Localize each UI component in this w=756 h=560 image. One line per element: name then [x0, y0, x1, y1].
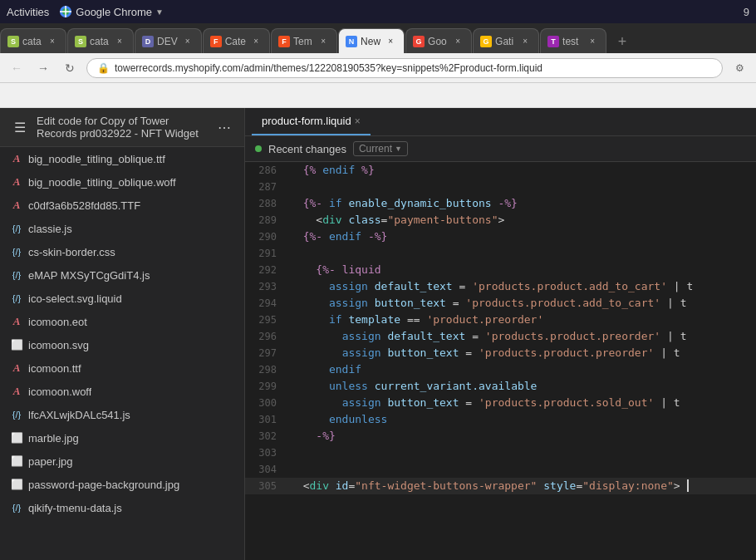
top-bar-time: 9 — [744, 6, 749, 18]
line-content[interactable] — [287, 179, 756, 195]
sidebar-item[interactable]: {/}eMAP MXSyTCgGdiT4.js — [0, 263, 244, 287]
sidebar-item[interactable]: {/}qikify-tmenu-data.js — [0, 496, 244, 519]
sidebar-item[interactable]: {/}lfcAXLwjkDALc541.js — [0, 403, 244, 426]
tabs-container: Scata×Scata×DDEV×FCate×FTem×NNew×GGoo×GG… — [0, 28, 607, 53]
editor-tab-product-form[interactable]: product-form.liquid × — [252, 108, 371, 135]
current-dropdown[interactable]: Current ▼ — [353, 141, 408, 156]
line-number: 300 — [245, 395, 287, 411]
line-content[interactable] — [287, 245, 756, 262]
sidebar-item[interactable]: Ac0df3a6b528fdd85.TTF — [0, 194, 244, 217]
editor-tab-close-button[interactable]: × — [355, 115, 361, 127]
line-content[interactable]: unless current_variant.available — [287, 378, 756, 395]
more-options-button[interactable]: ⋯ — [214, 117, 234, 137]
line-content[interactable] — [287, 461, 756, 478]
sidebar-item[interactable]: Aicomoon.woff — [0, 380, 244, 403]
line-content[interactable]: <div class="payment-buttons"> — [287, 212, 756, 228]
browser-tab-tab9[interactable]: Ttest× — [540, 28, 606, 53]
browser-tab-tab4[interactable]: FCate× — [203, 28, 270, 53]
tab-close-tab5[interactable]: × — [317, 35, 330, 48]
tab-close-tab3[interactable]: × — [181, 35, 194, 48]
sidebar-toggle-button[interactable]: ☰ — [10, 117, 30, 137]
tab-close-tab4[interactable]: × — [249, 35, 263, 48]
tab-favicon-tab7: G — [413, 36, 425, 47]
browser-tab-tab6[interactable]: NNew× — [338, 28, 405, 53]
line-content[interactable]: assign default_text = 'products.product.… — [287, 278, 756, 295]
code-file-icon: {/} — [10, 408, 23, 421]
code-editor[interactable]: 286 {% endif %}287 288 {%- if enable_dyn… — [245, 162, 756, 560]
tab-close-tab8[interactable]: × — [518, 35, 532, 48]
browser-tab-tab8[interactable]: GGati× — [473, 28, 539, 53]
tab-label-tab1: cata — [22, 36, 42, 47]
sidebar-item-label: qikify-tmenu-data.js — [28, 502, 122, 514]
line-content[interactable]: {%- endif -%} — [287, 228, 756, 245]
forward-button[interactable]: → — [33, 58, 53, 78]
tab-close-tab6[interactable]: × — [384, 35, 397, 48]
line-number: 288 — [245, 195, 287, 212]
browser-tab-bar: Scata×Scata×DDEV×FCate×FTem×NNew×GGoo×GG… — [0, 23, 756, 53]
url-bar[interactable]: 🔒 towerrecords.myshopify.com/admin/theme… — [86, 58, 723, 78]
line-content[interactable]: {%- if enable_dynamic_buttons -%} — [287, 195, 756, 212]
sidebar-item[interactable]: Abig_noodle_titling_oblique.woff — [0, 170, 244, 194]
tab-close-tab1[interactable]: × — [46, 35, 59, 48]
line-content[interactable]: -%} — [287, 428, 756, 445]
code-line: 300 assign button_text = 'products.produ… — [245, 395, 756, 411]
image-file-icon: ⬜ — [10, 431, 23, 445]
line-content[interactable]: {% endif %} — [287, 162, 756, 179]
code-line: 303 — [245, 445, 756, 461]
sidebar-item-label: big_noodle_titling_oblique.woff — [28, 176, 176, 189]
image-file-icon: ⬜ — [10, 454, 23, 468]
line-content[interactable]: assign button_text = 'products.product.s… — [287, 395, 756, 411]
line-content[interactable]: {%- liquid — [287, 262, 756, 278]
line-content[interactable]: if template == 'product.preorder' — [287, 312, 756, 328]
extensions-button[interactable]: ⚙ — [729, 58, 749, 78]
line-content[interactable]: assign button_text = 'products.product.a… — [287, 295, 756, 312]
sidebar-item-label: icomoon.eot — [28, 316, 87, 328]
sidebar-item[interactable]: ⬜password-page-background.jpg — [0, 473, 244, 496]
browser-tab-tab7[interactable]: GGoo× — [405, 28, 472, 53]
code-line: 288 {%- if enable_dynamic_buttons -%} — [245, 195, 756, 212]
tab-label-tab4: Cate — [225, 36, 246, 47]
line-content[interactable]: assign default_text = 'products.product.… — [287, 328, 756, 345]
browser-tab-tab1[interactable]: Scata× — [0, 28, 66, 53]
sidebar-item-label: classie.js — [28, 223, 72, 235]
sidebar-item[interactable]: {/}classie.js — [0, 217, 244, 240]
system-top-bar: Activities Google Chrome ▼ 9 — [0, 0, 756, 23]
tab-favicon-tab6: N — [346, 36, 357, 47]
sidebar-item[interactable]: ⬜paper.jpg — [0, 449, 244, 473]
activities-label[interactable]: Activities — [7, 6, 49, 18]
sidebar-item[interactable]: Aicomoon.eot — [0, 310, 244, 333]
tab-label-tab3: DEV — [157, 36, 178, 47]
sidebar-item[interactable]: ⬜marble.jpg — [0, 426, 244, 449]
reload-button[interactable]: ↻ — [60, 58, 80, 78]
image-file-icon: ⬜ — [10, 478, 23, 491]
tab-close-tab7[interactable]: × — [451, 35, 464, 48]
line-content[interactable]: assign button_text = 'products.product.p… — [287, 345, 756, 361]
tab-label-tab5: Tem — [293, 36, 313, 47]
sidebar-item[interactable]: {/}ico-select.svg.liquid — [0, 287, 244, 310]
line-number: 289 — [245, 212, 287, 228]
browser-tab-tab3[interactable]: DDEV× — [135, 28, 202, 53]
line-content[interactable]: endunless — [287, 411, 756, 428]
recent-changes-bar: Recent changes Current ▼ — [245, 135, 756, 161]
line-number: 290 — [245, 228, 287, 245]
tab-close-tab2[interactable]: × — [113, 35, 126, 48]
browser-tab-tab5[interactable]: FTem× — [271, 28, 337, 53]
sidebar-item[interactable]: Aicomoon.ttf — [0, 356, 244, 380]
sidebar-item[interactable]: Abig_noodle_titling_oblique.ttf — [0, 147, 244, 170]
new-tab-button[interactable]: + — [611, 30, 634, 53]
browser-tab-tab2[interactable]: Scata× — [67, 28, 134, 53]
url-text: towerrecords.myshopify.com/admin/themes/… — [115, 62, 542, 74]
sidebar-item[interactable]: {/}cs-skin-border.css — [0, 240, 244, 263]
back-button[interactable]: ← — [7, 58, 27, 78]
line-content[interactable]: endif — [287, 361, 756, 378]
sidebar-header: ☰ Edit code for Copy of Tower Records pr… — [0, 108, 244, 147]
editor-header: product-form.liquid × Recent changes Cur… — [245, 108, 756, 162]
tab-close-tab9[interactable]: × — [586, 35, 599, 48]
sidebar-item[interactable]: ⬜icomoon.svg — [0, 333, 244, 356]
main-area: ☰ Edit code for Copy of Tower Records pr… — [0, 108, 756, 560]
image-file-icon: ⬜ — [10, 338, 23, 351]
line-number: 294 — [245, 295, 287, 312]
sidebar-file-list: Abig_noodle_titling_oblique.ttfAbig_nood… — [0, 147, 244, 560]
line-content[interactable]: <div id="nft-widget-buttons-wrapper" sty… — [287, 478, 756, 494]
line-content[interactable] — [287, 445, 756, 461]
